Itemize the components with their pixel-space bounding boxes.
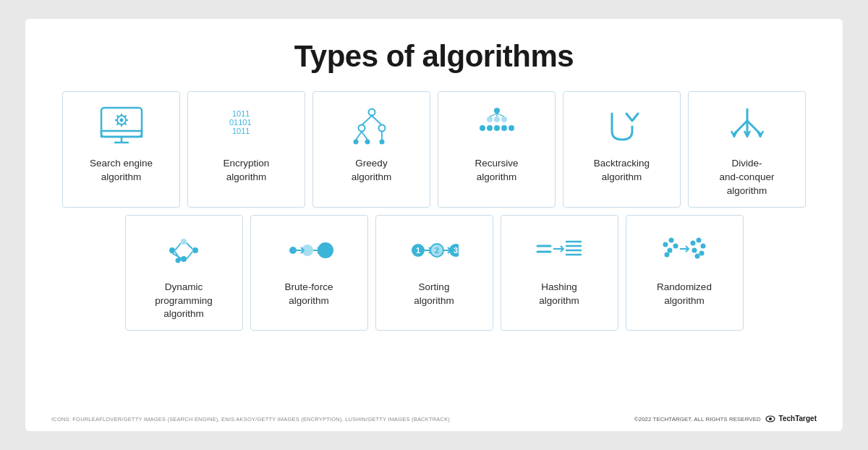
- svg-point-26: [379, 140, 384, 145]
- dynamic-programming-icon: [159, 227, 208, 273]
- svg-point-76: [668, 247, 673, 252]
- svg-point-87: [769, 417, 772, 420]
- brand-logo: TechTarget: [765, 414, 817, 424]
- recursive-icon: [472, 103, 522, 150]
- algo-recursive: Recursivealgorithm: [438, 91, 556, 208]
- recursive-label: Recursivealgorithm: [475, 157, 518, 184]
- svg-line-22: [356, 132, 362, 140]
- algo-hashing: Hashingalgorithm: [501, 215, 618, 331]
- svg-point-21: [378, 125, 385, 132]
- svg-point-24: [353, 140, 358, 145]
- backtracking-label: Backtrackingalgorithm: [594, 157, 650, 184]
- svg-point-54: [289, 247, 297, 254]
- encryption-label: Encryptionalgorithm: [224, 157, 270, 184]
- svg-point-31: [501, 116, 507, 122]
- algo-encryption: 1011 01101 1011 Encryptionalgorithm: [187, 91, 305, 208]
- randomized-label: Randomizedalgorithm: [657, 281, 712, 308]
- svg-line-19: [372, 116, 382, 125]
- copyright-section: ©2022 TECHTARGET. ALL RIGHTS RESERVED Te…: [634, 414, 817, 424]
- hashing-label: Hashingalgorithm: [539, 281, 579, 308]
- greedy-icon: [347, 103, 396, 150]
- svg-point-45: [181, 239, 187, 245]
- divide-conquer-icon: [723, 103, 772, 150]
- divide-conquer-label: Divide-and-conqueralgorithm: [720, 157, 775, 198]
- svg-point-78: [665, 252, 670, 257]
- svg-line-50: [187, 243, 192, 249]
- svg-point-85: [695, 253, 700, 258]
- algo-divide-conquer: Divide-and-conqueralgorithm: [688, 91, 806, 208]
- svg-point-5: [119, 119, 123, 122]
- svg-line-11: [124, 124, 126, 125]
- svg-point-81: [697, 237, 702, 242]
- algo-brute-force: Brute-forcealgorithm: [250, 215, 368, 331]
- svg-rect-0: [101, 108, 142, 137]
- svg-point-33: [487, 125, 493, 131]
- brute-force-icon: [284, 227, 333, 273]
- svg-text:1: 1: [416, 246, 420, 255]
- svg-point-82: [701, 243, 706, 248]
- svg-point-30: [494, 116, 500, 122]
- svg-text:1011: 1011: [232, 127, 250, 135]
- search-engine-icon: [97, 103, 146, 150]
- algo-search-engine: Search enginealgorithm: [62, 91, 180, 208]
- algo-greedy: Greedyalgorithm: [312, 91, 430, 208]
- algorithm-row-1: Search enginealgorithm 1011 01101 1011 E…: [51, 91, 817, 208]
- svg-point-84: [699, 250, 705, 255]
- svg-point-17: [368, 109, 375, 116]
- sorting-icon: 1 2 3: [409, 227, 459, 273]
- brute-force-label: Brute-forcealgorithm: [285, 281, 333, 308]
- svg-line-13: [116, 124, 118, 125]
- sorting-label: Sortingalgorithm: [414, 281, 454, 308]
- svg-point-20: [358, 125, 365, 132]
- main-card: Types of algorithms: [25, 19, 843, 431]
- svg-point-25: [365, 140, 370, 145]
- randomized-icon: [660, 227, 709, 273]
- backtracking-icon: [597, 103, 647, 150]
- search-engine-label: Search enginealgorithm: [90, 157, 153, 184]
- svg-point-74: [663, 242, 668, 247]
- algorithm-row-2: Dynamicprogrammingalgorithm Brute-forcea…: [51, 215, 817, 331]
- svg-point-35: [501, 125, 507, 131]
- encryption-icon: 1011 01101 1011: [222, 103, 271, 150]
- svg-line-23: [362, 132, 367, 140]
- svg-line-49: [175, 243, 181, 250]
- svg-point-83: [692, 247, 697, 252]
- svg-line-18: [362, 116, 372, 125]
- svg-line-10: [116, 115, 118, 116]
- svg-text:1011: 1011: [232, 109, 250, 118]
- svg-point-44: [169, 247, 175, 253]
- svg-text:3: 3: [454, 246, 458, 255]
- svg-line-39: [497, 114, 504, 116]
- algo-randomized: Randomizedalgorithm: [626, 215, 744, 331]
- svg-line-12: [124, 115, 126, 116]
- svg-point-77: [673, 243, 678, 248]
- greedy-label: Greedyalgorithm: [352, 157, 392, 184]
- dynamic-programming-label: Dynamicprogrammingalgorithm: [155, 281, 213, 322]
- svg-line-52: [187, 252, 192, 259]
- hashing-icon: [535, 227, 584, 273]
- svg-point-36: [509, 125, 514, 131]
- credits-text: ICONS: FOURLEAFLOVER/GETTY IMAGES (SEARC…: [51, 416, 450, 423]
- svg-point-28: [494, 108, 500, 114]
- algo-sorting: 1 2 3 Sortingalgorithm: [375, 215, 493, 331]
- footer: ICONS: FOURLEAFLOVER/GETTY IMAGES (SEARC…: [51, 414, 817, 424]
- svg-rect-1: [101, 131, 142, 137]
- svg-line-37: [490, 114, 497, 116]
- svg-text:2: 2: [435, 246, 439, 255]
- svg-point-34: [494, 125, 500, 131]
- algo-dynamic-programming: Dynamicprogrammingalgorithm: [125, 215, 243, 331]
- algo-backtracking: Backtrackingalgorithm: [563, 91, 681, 208]
- copyright-text: ©2022 TECHTARGET. ALL RIGHTS RESERVED: [634, 416, 761, 423]
- svg-point-46: [192, 247, 198, 253]
- svg-point-32: [480, 125, 485, 131]
- svg-point-75: [669, 237, 674, 242]
- svg-text:01101: 01101: [229, 118, 252, 127]
- svg-point-29: [487, 116, 493, 122]
- page-title: Types of algorithms: [51, 39, 817, 74]
- svg-point-80: [691, 240, 696, 245]
